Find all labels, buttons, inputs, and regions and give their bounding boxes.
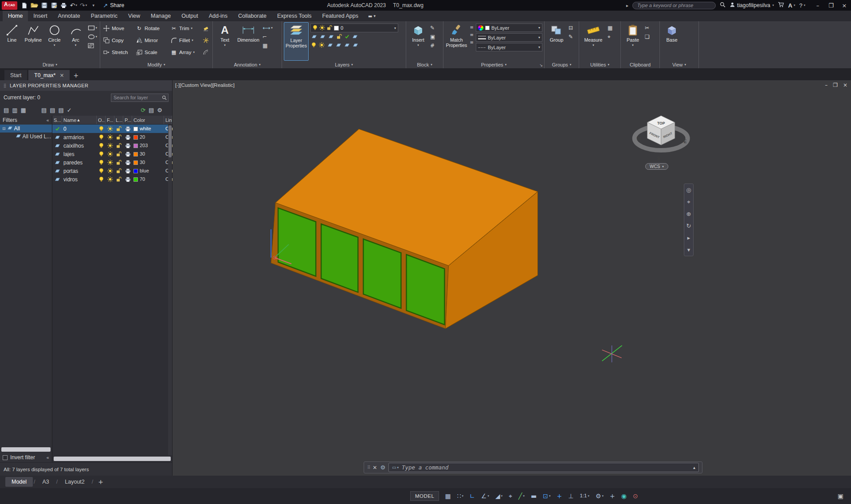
palette-grip-icon[interactable]: ⣿ — [4, 83, 7, 88]
properties-list-icon-2[interactable]: ≡ — [470, 32, 474, 37]
new-layer-icon[interactable]: ▤ — [41, 107, 47, 113]
layer-plot-toggle-icon[interactable] — [123, 160, 132, 165]
filter-tree-item[interactable]: ⊟All — [0, 125, 52, 133]
polyline-tool[interactable]: Polyline — [23, 22, 43, 61]
trim-tool[interactable]: ✂Trim▾ — [170, 25, 202, 31]
clipboard-panel-label[interactable]: Clipboard — [621, 61, 659, 68]
layer-on-toggle-icon[interactable] — [97, 168, 106, 174]
layer-plot-toggle-icon[interactable] — [123, 126, 132, 132]
ribbon-tab-annotate[interactable]: Annotate — [53, 11, 86, 21]
cart-icon[interactable] — [778, 2, 784, 9]
new-vp-frozen-layer-icon[interactable]: ▤ — [50, 107, 55, 113]
layer-freeze-tool[interactable] — [328, 34, 334, 40]
save-icon[interactable] — [40, 0, 49, 10]
view-panel-label[interactable]: View▾ — [660, 61, 698, 68]
orbit-icon[interactable]: ↻ — [686, 222, 691, 230]
layer-unisolate-tool[interactable] — [311, 42, 316, 49]
column-header-l[interactable]: L... — [114, 116, 123, 124]
layer-freeze-toggle-icon[interactable] — [106, 176, 114, 182]
layer-plot-toggle-icon[interactable] — [123, 152, 132, 157]
layer-color-cell[interactable]: 30 — [132, 152, 164, 156]
account-menu[interactable]: tiagofilipesilva ▾ — [729, 2, 774, 9]
layer-row-vidros[interactable]: vidros70Con — [52, 175, 172, 184]
isodraft-icon[interactable]: ◢▾ — [492, 490, 506, 502]
column-header-name[interactable]: Name▲ — [62, 116, 97, 124]
explode-tool[interactable] — [202, 37, 212, 43]
layer-on-toggle-icon[interactable] — [97, 134, 106, 140]
properties-expander-icon[interactable]: ↘ — [539, 63, 543, 67]
command-close-icon[interactable]: ✕ — [373, 465, 377, 471]
layer-on-toggle-icon[interactable] — [97, 143, 106, 148]
group-edit-tool[interactable]: ✎ — [569, 33, 573, 40]
edit-description-icon[interactable]: ▤ — [149, 107, 154, 113]
command-input[interactable] — [402, 464, 690, 471]
command-grip-icon[interactable]: ⠿ — [367, 465, 369, 470]
layout-tab-model[interactable]: Model — [5, 477, 33, 487]
share-button[interactable]: ↗ Share — [103, 2, 124, 9]
move-tool[interactable]: Move — [103, 25, 136, 31]
column-header-s[interactable]: S... — [52, 116, 62, 124]
viewport-close-icon[interactable]: × — [843, 82, 847, 88]
autocad-logo-icon[interactable]: ACAD — [2, 1, 17, 10]
plot-icon[interactable] — [59, 0, 68, 10]
linetype-dropdown[interactable]: ––– ByLayer ▾ — [476, 43, 542, 51]
layer-status-icon[interactable] — [52, 143, 62, 148]
app-manager-menu[interactable]: A▾ — [788, 2, 795, 9]
new-file-icon[interactable] — [20, 0, 29, 10]
search-collapse-icon[interactable]: ▸ — [626, 3, 628, 8]
ribbon-tab-home[interactable]: Home — [3, 11, 28, 21]
viewport-restore-icon[interactable]: ❐ — [833, 82, 838, 88]
layer-freeze-toggle-icon[interactable] — [106, 134, 114, 140]
layer-lock-toggle-icon[interactable] — [114, 134, 123, 140]
edit-block-tool[interactable]: ✎ — [430, 24, 435, 31]
layer-lock-toggle-icon[interactable] — [114, 160, 123, 165]
osnap-icon[interactable]: ╱▾ — [515, 490, 528, 502]
layer-lock-toggle-icon[interactable] — [114, 126, 123, 132]
layer-status-icon[interactable] — [52, 168, 62, 173]
insert-tool[interactable]: Insert ▾ — [408, 22, 428, 61]
command-customize-icon[interactable]: ⚙ — [380, 464, 385, 471]
otrack-icon[interactable]: ⌖ — [506, 490, 515, 502]
compass-east-label[interactable]: E — [684, 139, 687, 144]
filters-collapse-icon[interactable]: « — [46, 117, 49, 123]
layer-status-icon[interactable] — [52, 177, 62, 182]
command-line[interactable]: ⠿ ✕ ⚙ ▭▾ ▴ — [364, 461, 702, 473]
layer-freeze-toggle-icon[interactable] — [106, 151, 114, 157]
zoom-icon[interactable]: ⊕ — [686, 210, 691, 218]
tree-hscrollbar[interactable] — [1, 447, 51, 452]
draw-panel-label[interactable]: Draw▾ — [0, 61, 100, 68]
layer-name[interactable]: 0 — [62, 126, 97, 132]
minimize-button[interactable]: – — [811, 0, 824, 11]
layer-row-0[interactable]: 0whiteCon — [52, 125, 172, 133]
annotation-add-icon[interactable]: + — [607, 490, 618, 502]
layout-tab-layout2[interactable]: Layout2 — [59, 477, 90, 487]
table-hscrollbar[interactable] — [54, 457, 171, 461]
palette-header[interactable]: ⣿ LAYER PROPERTIES MANAGER — [0, 80, 172, 91]
help-menu[interactable]: ?▾ — [799, 2, 805, 9]
new-layout-button[interactable]: + — [94, 478, 107, 485]
leader-tool[interactable]: ⌐ — [263, 33, 273, 40]
layer-color-cell[interactable]: 30 — [132, 160, 164, 165]
column-header-p[interactable]: P... — [123, 116, 132, 124]
rectangle-tool[interactable]: ▾ — [88, 24, 98, 31]
qat-customize-icon[interactable]: ▾ — [89, 0, 98, 10]
refresh-icon[interactable]: ⟳ — [141, 107, 145, 113]
layer-off-tool[interactable] — [311, 34, 317, 40]
annotation-scale[interactable]: 1:1▾ — [576, 490, 592, 502]
circle-dropdown-icon[interactable]: ▾ — [54, 43, 55, 47]
ribbon-display-toggle[interactable]: ▬▾ — [364, 11, 380, 21]
mirror-tool[interactable]: Mirror — [136, 37, 170, 43]
layer-properties-button[interactable]: Layer Properties — [284, 22, 309, 61]
wcs-button[interactable]: WCS ▾ — [645, 163, 668, 170]
column-header-f[interactable]: F... — [106, 116, 114, 124]
navigation-wheel-icon[interactable]: ◎ — [686, 186, 691, 194]
layer-unlock-tool[interactable] — [327, 43, 333, 49]
layer-row-lajes[interactable]: lajes30Con — [52, 150, 172, 158]
text-tool[interactable]: A Text ▾ — [215, 22, 235, 61]
rotate-tool[interactable]: ↻Rotate — [136, 25, 170, 31]
block-panel-label[interactable]: Block▾ — [406, 61, 443, 68]
layer-plot-toggle-icon[interactable] — [123, 143, 132, 148]
search-icon[interactable] — [720, 2, 726, 9]
layer-lock-toggle-icon[interactable] — [114, 176, 123, 182]
settings-icon[interactable]: ⚙ — [157, 107, 162, 113]
